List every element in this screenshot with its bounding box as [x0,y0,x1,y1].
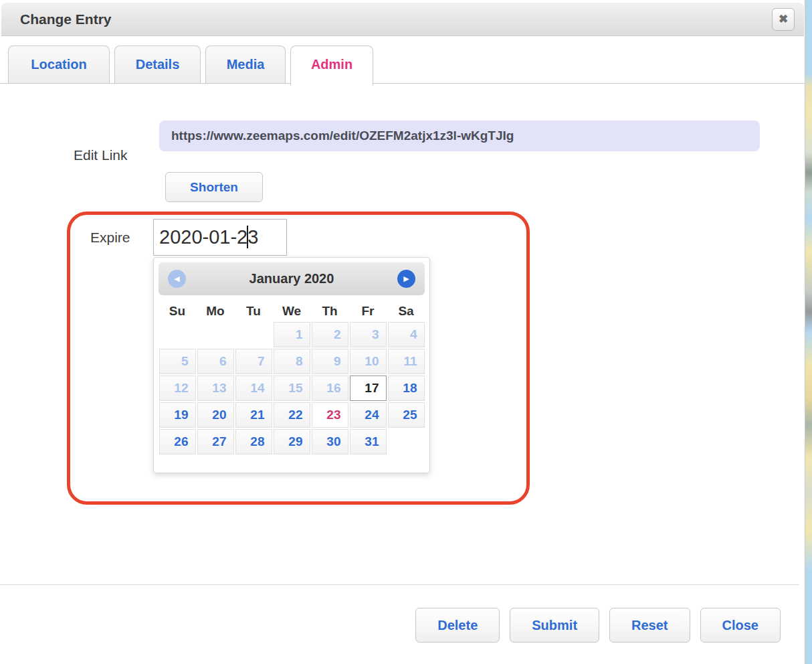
weekday-label: Sa [388,302,425,321]
tab-bar: LocationDetailsMediaAdmin [0,46,805,84]
week-row: 12131415161718 [159,376,425,401]
map-background [805,0,812,664]
day-cell-27[interactable]: 27 [197,429,234,454]
day-cell-25[interactable]: 25 [388,402,425,428]
day-cell-18[interactable]: 18 [388,376,425,401]
week-row: 567891011 [159,349,425,374]
day-cell-16: 16 [312,376,348,401]
day-cell-11: 11 [388,349,425,374]
weekday-label: Th [312,302,348,321]
datepicker-weeks: 1234567891011121314151617181920212223242… [159,322,425,454]
edit-link-label: Edit Link [74,147,128,163]
weekday-label: Tu [235,302,272,321]
dialog-titlebar: Change Entry ✖ [1,3,804,36]
day-cell-empty [197,322,234,347]
tab-details[interactable]: Details [114,46,201,83]
day-cell-9: 9 [312,349,348,374]
datepicker-grid: SuMoTuWeThFrSa 1234567891011121314151617… [158,301,426,456]
day-cell-19[interactable]: 19 [159,402,196,428]
shorten-button[interactable]: Shorten [165,172,263,202]
day-cell-12: 12 [159,376,196,401]
day-cell-21[interactable]: 21 [235,402,272,428]
next-month-icon[interactable]: ▶ [397,270,415,288]
datepicker-month-title: January 2020 [159,262,425,295]
day-cell-5: 5 [159,349,196,374]
weekday-label: Su [159,302,196,321]
week-row: 1234 [159,322,425,347]
weekday-label: Fr [350,302,387,321]
weekday-label: Mo [197,302,234,321]
close-icon[interactable]: ✖ [772,8,795,31]
expire-label: Expire [90,230,130,246]
edit-link-url-field[interactable]: https://www.zeemaps.com/edit/OZEFM2atjx1… [159,120,760,151]
day-cell-6: 6 [197,349,234,374]
tab-location[interactable]: Location [8,46,110,83]
day-cell-15: 15 [274,376,310,401]
day-cell-1: 1 [274,322,310,347]
weekday-header-row: SuMoTuWeThFrSa [159,302,425,321]
reset-button[interactable]: Reset [609,608,690,643]
day-cell-10: 10 [350,349,387,374]
day-cell-4: 4 [388,322,425,347]
footer-divider [0,584,799,585]
day-cell-empty [388,429,425,454]
day-cell-31[interactable]: 31 [350,429,387,454]
dialog-title: Change Entry [20,3,112,35]
delete-button[interactable]: Delete [415,608,500,643]
day-cell-30[interactable]: 30 [312,429,348,454]
prev-month-icon[interactable]: ◀ [168,270,186,288]
tab-admin[interactable]: Admin [290,46,373,86]
expire-value-after-caret: 3 [247,226,258,248]
day-cell-empty [235,322,272,347]
tab-media[interactable]: Media [205,46,286,83]
day-cell-26[interactable]: 26 [159,429,196,454]
expire-value-before-caret: 2020-01-2 [159,226,247,248]
datepicker: ◀ January 2020 ▶ SuMoTuWeThFrSa 12345678… [153,257,430,473]
day-cell-29[interactable]: 29 [274,429,310,454]
edit-link-url-text: https://www.zeemaps.com/edit/OZEFM2atjx1… [159,120,760,151]
day-cell-22[interactable]: 22 [274,402,310,428]
day-cell-empty [159,322,196,347]
weekday-label: We [274,302,310,321]
day-cell-8: 8 [274,349,310,374]
day-cell-23[interactable]: 23 [312,402,348,428]
day-cell-2: 2 [312,322,348,347]
footer-button-bar: DeleteSubmitResetClose [0,608,799,643]
screen: Change Entry ✖ LocationDetailsMediaAdmin… [0,0,812,664]
week-row: 19202122232425 [159,402,425,428]
day-cell-7: 7 [235,349,272,374]
expire-date-input[interactable]: 2020-01-23 [153,219,287,256]
day-cell-20[interactable]: 20 [197,402,234,428]
close-button[interactable]: Close [700,608,781,643]
day-cell-14: 14 [235,376,272,401]
datepicker-header: ◀ January 2020 ▶ [159,262,425,295]
day-cell-13: 13 [197,376,234,401]
day-cell-28[interactable]: 28 [235,429,272,454]
week-row: 262728293031 [159,429,425,454]
day-cell-24[interactable]: 24 [350,402,387,428]
change-entry-dialog: Change Entry ✖ LocationDetailsMediaAdmin… [0,0,805,664]
day-cell-3: 3 [350,322,387,347]
submit-button[interactable]: Submit [510,608,599,643]
day-cell-17[interactable]: 17 [350,376,387,401]
